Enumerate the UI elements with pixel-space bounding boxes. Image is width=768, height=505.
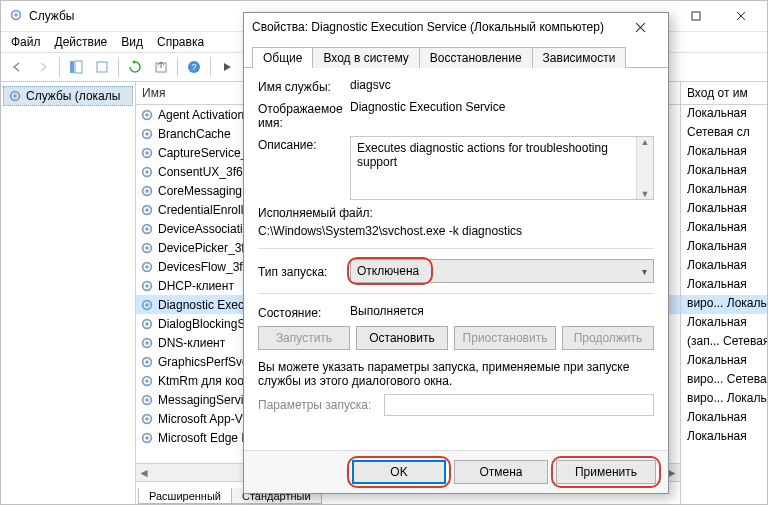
logon-cell[interactable]: Локальная <box>681 314 767 333</box>
logon-cell[interactable]: Локальная <box>681 143 767 162</box>
svg-point-17 <box>13 94 17 98</box>
logon-cell[interactable]: Локальная <box>681 257 767 276</box>
svg-point-53 <box>145 436 149 440</box>
tab-extended[interactable]: Расширенный <box>138 488 232 504</box>
tab-logon[interactable]: Вход в систему <box>312 47 419 68</box>
logon-cell[interactable]: Локальная <box>681 409 767 428</box>
tree-pane: Службы (локалы <box>1 82 136 504</box>
tab-general[interactable]: Общие <box>252 47 313 68</box>
label-state: Состояние: <box>258 304 344 320</box>
resume-button[interactable]: Продолжить <box>562 326 654 350</box>
svg-point-29 <box>145 208 149 212</box>
svg-point-47 <box>145 379 149 383</box>
tree-root-label: Службы (локалы <box>26 89 120 103</box>
value-service-name: diagsvc <box>350 78 654 92</box>
svg-point-39 <box>145 303 149 307</box>
svg-point-23 <box>145 151 149 155</box>
logon-cell[interactable]: Локальная <box>681 428 767 447</box>
column-header-logon[interactable]: Вход от им <box>681 82 767 105</box>
description-box: Executes diagnostic actions for troubles… <box>350 136 654 200</box>
description-scrollbar[interactable]: ▲▼ <box>636 137 653 199</box>
svg-point-43 <box>145 341 149 345</box>
startup-type-select[interactable]: Отключена ▾ <box>350 259 654 283</box>
svg-point-33 <box>145 246 149 250</box>
value-exe: C:\Windows\System32\svchost.exe -k diagn… <box>258 224 654 238</box>
logon-cell[interactable]: Локальная <box>681 162 767 181</box>
label-service-name: Имя службы: <box>258 78 344 94</box>
svg-point-51 <box>145 417 149 421</box>
refresh-icon[interactable] <box>123 55 147 79</box>
pause-button[interactable]: Приостановить <box>454 326 556 350</box>
dialog-tabs: Общие Вход в систему Восстановление Зави… <box>244 43 668 68</box>
tab-recovery[interactable]: Восстановление <box>419 47 533 68</box>
label-exe: Исполняемый файл: <box>258 206 654 220</box>
close-button[interactable] <box>718 2 763 31</box>
menu-view[interactable]: Вид <box>121 35 143 49</box>
export-icon[interactable] <box>149 55 173 79</box>
logon-cell[interactable]: (зап... Сетевая сл <box>681 333 767 352</box>
start-button[interactable]: Запустить <box>258 326 350 350</box>
stop-button[interactable]: Остановить <box>356 326 448 350</box>
window-title: Службы <box>29 9 74 23</box>
forward-button[interactable] <box>31 55 55 79</box>
startup-type-value: Отключена <box>357 264 419 278</box>
start-service-icon[interactable] <box>215 55 239 79</box>
logon-cell[interactable]: Локальная <box>681 219 767 238</box>
svg-point-21 <box>145 132 149 136</box>
svg-rect-3 <box>692 12 700 20</box>
dialog-title: Свойства: Diagnostic Execution Service (… <box>252 20 620 34</box>
svg-point-37 <box>145 284 149 288</box>
tab-dependencies[interactable]: Зависимости <box>532 47 627 68</box>
ok-button[interactable]: OK <box>352 460 446 484</box>
logon-cell[interactable]: Локальная <box>681 181 767 200</box>
svg-point-45 <box>145 360 149 364</box>
svg-point-27 <box>145 189 149 193</box>
logon-cell[interactable]: Локальная <box>681 352 767 371</box>
svg-rect-8 <box>97 62 107 72</box>
back-button[interactable] <box>5 55 29 79</box>
tree-root[interactable]: Службы (локалы <box>3 86 133 106</box>
dialog-close-button[interactable] <box>620 14 660 40</box>
details-view-icon[interactable] <box>64 55 88 79</box>
logon-cell[interactable]: Локальная <box>681 238 767 257</box>
svg-text:?: ? <box>191 62 196 72</box>
value-description: Executes diagnostic actions for troubles… <box>357 141 608 169</box>
svg-point-25 <box>145 170 149 174</box>
label-display-name: Отображаемое имя: <box>258 100 344 130</box>
svg-point-19 <box>145 113 149 117</box>
svg-point-49 <box>145 398 149 402</box>
logon-cell[interactable]: Локальная <box>681 276 767 295</box>
services-window: Службы Файл Действие Вид Справка ? <box>0 0 768 505</box>
svg-point-35 <box>145 265 149 269</box>
apply-button[interactable]: Применить <box>556 460 656 484</box>
logon-cell[interactable]: Сетевая сл <box>681 124 767 143</box>
menu-action[interactable]: Действие <box>55 35 108 49</box>
logon-cell[interactable]: виро... Локальная <box>681 295 767 314</box>
svg-rect-6 <box>70 61 74 73</box>
properties-dialog: Свойства: Diagnostic Execution Service (… <box>243 12 669 494</box>
logon-cell[interactable]: Локальная <box>681 105 767 124</box>
maximize-button[interactable] <box>673 2 718 31</box>
menu-help[interactable]: Справка <box>157 35 204 49</box>
logon-cell[interactable]: виро... Сетевая сл <box>681 371 767 390</box>
logon-cell[interactable]: Локальная <box>681 200 767 219</box>
label-params: Параметры запуска: <box>258 398 378 412</box>
properties-icon[interactable] <box>90 55 114 79</box>
cancel-button[interactable]: Отмена <box>454 460 548 484</box>
svg-point-31 <box>145 227 149 231</box>
svg-point-1 <box>14 13 18 17</box>
app-icon <box>9 8 23 25</box>
value-state: Выполняется <box>350 304 654 318</box>
svg-rect-7 <box>75 61 82 73</box>
menu-file[interactable]: Файл <box>11 35 41 49</box>
logon-cell[interactable]: виро... Локальная <box>681 390 767 409</box>
logon-column: Вход от им ЛокальнаяСетевая слЛокальнаяЛ… <box>680 82 767 504</box>
label-startup-type: Тип запуска: <box>258 263 344 279</box>
svg-point-41 <box>145 322 149 326</box>
params-hint: Вы можете указать параметры запуска, при… <box>258 360 654 388</box>
params-input[interactable] <box>384 394 654 416</box>
help-icon[interactable]: ? <box>182 55 206 79</box>
value-display-name: Diagnostic Execution Service <box>350 100 654 114</box>
label-description: Описание: <box>258 136 344 152</box>
chevron-down-icon: ▾ <box>642 266 647 277</box>
